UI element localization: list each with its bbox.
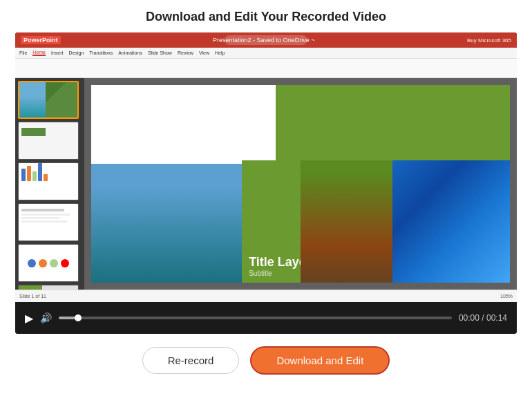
- download-edit-button[interactable]: Download and Edit: [250, 346, 390, 375]
- ppt-tab-transitions[interactable]: Transitions: [89, 50, 113, 55]
- video-controls: ▶ 🔊 00:00 / 00:14: [15, 302, 517, 334]
- ppt-screenshot: PowerPoint Presentation2 - Saved to OneD…: [15, 32, 517, 302]
- ppt-main-canvas: Title Layout Subtitle: [84, 78, 517, 290]
- ppt-statusbar: Slide 1 of 11 105%: [15, 290, 517, 302]
- slide-blue-left: [91, 164, 242, 283]
- page-title: Download and Edit Your Recorded Video: [146, 10, 386, 24]
- ppt-tab-view[interactable]: View: [199, 50, 209, 55]
- progress-knob[interactable]: [75, 314, 82, 321]
- slide-thumb-1[interactable]: [18, 81, 79, 119]
- ppt-buy-label: Buy Microsoft 365: [467, 37, 511, 44]
- slide-green-top: [276, 85, 510, 164]
- ppt-search-bar: [225, 35, 307, 45]
- ppt-toolbar: [15, 59, 517, 78]
- ppt-zoom: 105%: [500, 294, 513, 299]
- ppt-tab-help[interactable]: Help: [215, 50, 225, 55]
- slide-water-image: [392, 160, 510, 283]
- ppt-tab-home[interactable]: Home: [32, 50, 46, 56]
- slide-plant-image: [301, 160, 392, 283]
- ppt-ribbon: File Home Insert Design Transitions Anim…: [15, 48, 517, 59]
- ppt-tab-animations[interactable]: Animations: [118, 50, 142, 55]
- rerecord-button[interactable]: Re-record: [142, 347, 240, 374]
- slide-thumb-5[interactable]: [18, 244, 79, 282]
- play-icon: ▶: [25, 312, 33, 325]
- video-container: PowerPoint Presentation2 - Saved to OneD…: [15, 32, 517, 334]
- slide-thumb-6[interactable]: [18, 285, 79, 290]
- slide-thumb-3[interactable]: [18, 162, 79, 200]
- progress-fill: [59, 317, 78, 319]
- volume-icon: 🔊: [40, 312, 52, 323]
- time-display: 00:00 / 00:14: [459, 313, 507, 323]
- ppt-tab-slideshow[interactable]: Slide Show: [148, 50, 172, 55]
- action-buttons: Re-record Download and Edit: [142, 346, 390, 375]
- play-button[interactable]: ▶: [25, 312, 33, 325]
- volume-button[interactable]: 🔊: [40, 312, 52, 323]
- ppt-tab-insert[interactable]: Insert: [51, 50, 64, 55]
- ppt-logo-icon: PowerPoint: [21, 36, 61, 44]
- ppt-titlebar: PowerPoint Presentation2 - Saved to OneD…: [15, 32, 517, 48]
- ppt-body: Title Layout Subtitle: [15, 78, 517, 290]
- slide-thumb-4[interactable]: [18, 203, 79, 241]
- ppt-slide-panel: [15, 78, 84, 290]
- ppt-slide-count: Slide 1 of 11: [19, 294, 46, 299]
- ppt-tab-review[interactable]: Review: [178, 50, 193, 55]
- ppt-tab-design[interactable]: Design: [68, 50, 84, 55]
- main-slide: Title Layout Subtitle: [91, 85, 510, 283]
- ppt-tab-file[interactable]: File: [19, 50, 27, 55]
- slide-thumb-2[interactable]: [18, 122, 79, 160]
- progress-bar[interactable]: [59, 317, 452, 319]
